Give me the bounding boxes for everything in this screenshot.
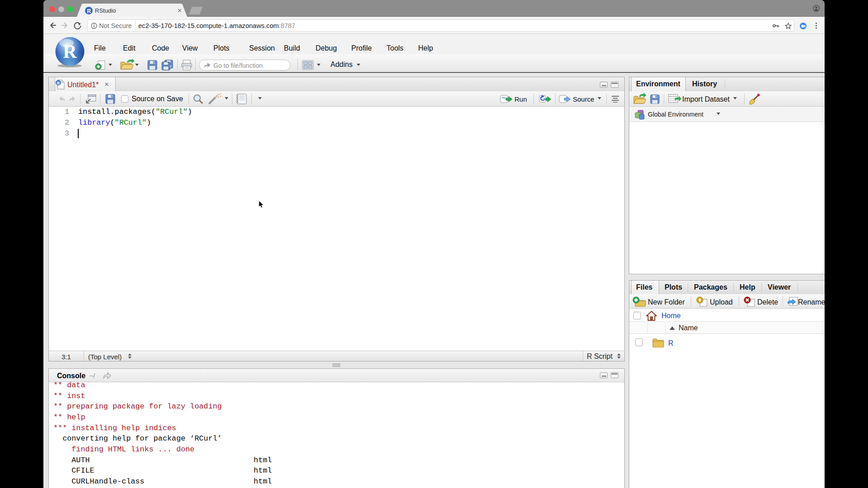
svg-text:R: R [57,81,60,85]
svg-text:R: R [63,41,77,62]
